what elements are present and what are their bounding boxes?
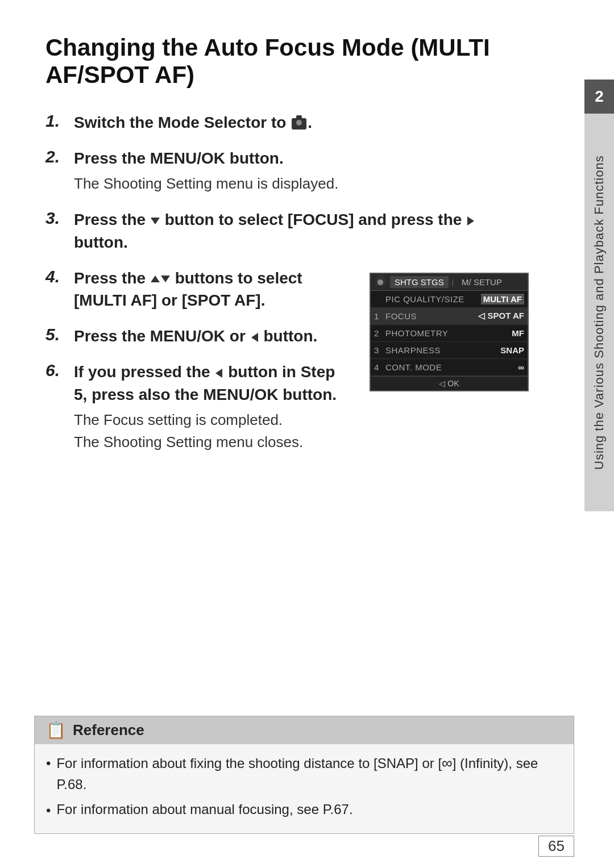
page-number: 65 [538, 836, 574, 857]
reference-item-2: • For information about manual focusing,… [46, 799, 562, 821]
camera-screen-icon [375, 278, 385, 286]
camera-screen-header: SHTG STGS | M/ SETUP [371, 274, 528, 291]
step-1-num: 1. [45, 111, 74, 131]
reference-body: • For information about fixing the shoot… [35, 744, 574, 833]
main-content: Changing the Auto Focus Mode (MULTI AF/S… [45, 34, 529, 467]
page-title: Changing the Auto Focus Mode (MULTI AF/S… [45, 34, 529, 89]
cs-row-2: 1 FOCUS ◁ SPOT AF [371, 308, 528, 325]
cs-tab-shtg: SHTG STGS [390, 276, 449, 288]
reference-title: Reference [73, 721, 144, 739]
reference-item-1: • For information about fixing the shoot… [46, 752, 562, 795]
reference-header: 📋 Reference [35, 716, 574, 744]
side-tab: Using the Various Shooting and Playback … [584, 114, 614, 511]
step-6-subtext: The Focus setting is completed. The Shoo… [74, 409, 352, 453]
cs-footer: ◁ OK [371, 376, 528, 390]
step-3-text: Press the button to select [FOCUS] and p… [74, 208, 529, 253]
steps-col: 4. Press the buttons to select [MULTI AF… [45, 267, 352, 467]
side-tab-text: Using the Various Shooting and Playback … [592, 155, 607, 470]
step-4-num: 4. [45, 267, 74, 286]
cs-row-3: 2 PHOTOMETRY MF [371, 325, 528, 342]
reference-book-icon: 📋 [46, 721, 66, 740]
step-1: 1. Switch the Mode Selector to . [45, 111, 529, 133]
step-2-num: 2. [45, 147, 74, 166]
step-5-num: 5. [45, 325, 74, 344]
cs-row-1: PIC QUALITY/SIZE MULTI AF [371, 291, 528, 308]
camera-screen: SHTG STGS | M/ SETUP PIC QUALITY/SIZE MU… [370, 273, 529, 391]
step-3: 3. Press the button to select [FOCUS] an… [45, 208, 529, 253]
chapter-badge: 2 [584, 80, 614, 114]
step-4: 4. Press the buttons to select [MULTI AF… [45, 267, 352, 311]
camera-icon [292, 118, 306, 130]
step-2-subtext: The Shooting Setting menu is displayed. [74, 173, 529, 195]
cs-row-4: 3 SHARPNESS SNAP [371, 342, 528, 359]
step-5-text: Press the MENU/OK or button. [74, 325, 317, 347]
cs-row-5: 4 CONT. MODE ∞ [371, 359, 528, 376]
step-3-num: 3. [45, 208, 74, 228]
step-4-text: Press the buttons to select [MULTI AF] o… [74, 267, 352, 311]
reference-box: 📋 Reference • For information about fixi… [34, 716, 574, 834]
step-6-text: If you pressed the button in Step 5, pre… [74, 361, 352, 405]
page-container: Using the Various Shooting and Playback … [0, 0, 614, 868]
steps-with-image-container: 4. Press the buttons to select [MULTI AF… [45, 267, 529, 467]
step-6-num: 6. [45, 361, 74, 380]
step-6: 6. If you pressed the button in Step 5, … [45, 361, 352, 453]
step-2: 2. Press the MENU/OK button. The Shootin… [45, 147, 529, 195]
step-1-text: Switch the Mode Selector to . [74, 111, 312, 133]
cs-tab-setup: M/ SETUP [457, 276, 507, 288]
step-5: 5. Press the MENU/OK or button. [45, 325, 352, 347]
chapter-number: 2 [595, 87, 604, 106]
step-2-text: Press the MENU/OK button. [74, 147, 284, 169]
